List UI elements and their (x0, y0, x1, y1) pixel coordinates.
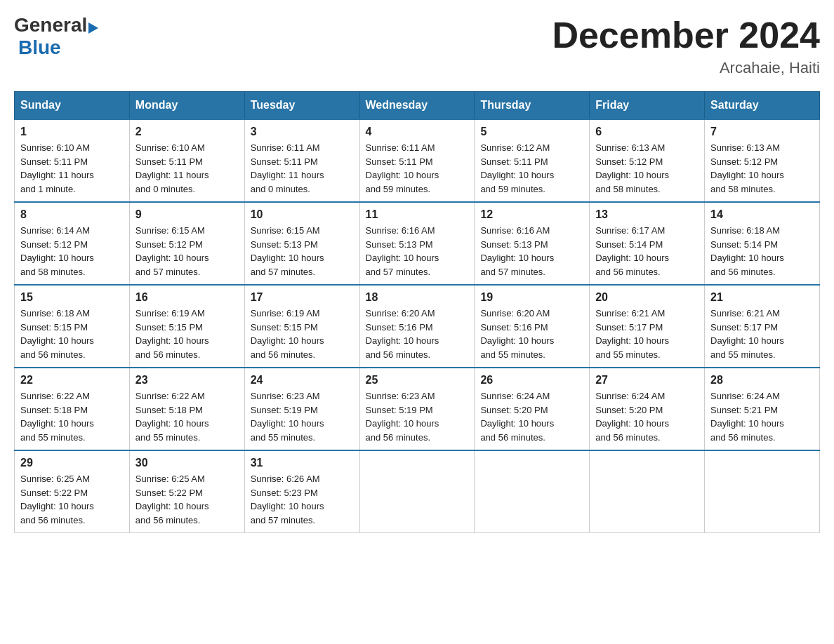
day-number: 14 (710, 208, 814, 221)
day-cell: 1Sunrise: 6:10 AMSunset: 5:11 PMDaylight… (15, 119, 130, 202)
day-number: 22 (20, 374, 124, 387)
day-cell: 23Sunrise: 6:22 AMSunset: 5:18 PMDayligh… (129, 368, 244, 450)
day-number: 3 (251, 126, 354, 138)
day-info: Sunrise: 6:20 AMSunset: 5:16 PMDaylight:… (480, 308, 554, 360)
day-info: Sunrise: 6:24 AMSunset: 5:21 PMDaylight:… (710, 391, 784, 443)
week-row-2: 8Sunrise: 6:14 AMSunset: 5:12 PMDaylight… (15, 202, 820, 285)
day-info: Sunrise: 6:25 AMSunset: 5:22 PMDaylight:… (135, 474, 209, 525)
day-info: Sunrise: 6:24 AMSunset: 5:20 PMDaylight:… (595, 391, 669, 443)
day-info: Sunrise: 6:19 AMSunset: 5:15 PMDaylight:… (135, 308, 209, 360)
day-cell: 9Sunrise: 6:15 AMSunset: 5:12 PMDaylight… (129, 202, 244, 285)
day-cell: 15Sunrise: 6:18 AMSunset: 5:15 PMDayligh… (15, 285, 130, 368)
week-row-1: 1Sunrise: 6:10 AMSunset: 5:11 PMDaylight… (15, 119, 820, 202)
day-number: 23 (135, 374, 239, 387)
header-sunday: Sunday (15, 92, 130, 120)
day-info: Sunrise: 6:24 AMSunset: 5:20 PMDaylight:… (480, 391, 554, 443)
day-info: Sunrise: 6:25 AMSunset: 5:22 PMDaylight:… (20, 474, 94, 525)
day-cell: 7Sunrise: 6:13 AMSunset: 5:12 PMDaylight… (705, 119, 820, 202)
title-area: December 2024 Arcahaie, Haiti (552, 14, 820, 77)
day-cell: 3Sunrise: 6:11 AMSunset: 5:11 PMDaylight… (244, 119, 359, 202)
day-info: Sunrise: 6:23 AMSunset: 5:19 PMDaylight:… (366, 391, 439, 443)
day-cell: 4Sunrise: 6:11 AMSunset: 5:11 PMDaylight… (359, 119, 475, 202)
day-number: 7 (710, 126, 814, 138)
week-row-4: 22Sunrise: 6:22 AMSunset: 5:18 PMDayligh… (15, 368, 820, 450)
day-info: Sunrise: 6:13 AMSunset: 5:12 PMDaylight:… (595, 142, 669, 194)
day-number: 25 (366, 374, 469, 387)
day-number: 24 (251, 374, 354, 387)
day-info: Sunrise: 6:11 AMSunset: 5:11 PMDaylight:… (366, 142, 439, 194)
day-number: 21 (710, 291, 814, 304)
day-number: 13 (595, 208, 699, 221)
calendar-body: 1Sunrise: 6:10 AMSunset: 5:11 PMDaylight… (15, 119, 820, 533)
day-info: Sunrise: 6:14 AMSunset: 5:12 PMDaylight:… (20, 225, 94, 277)
day-number: 4 (366, 126, 469, 138)
day-cell: 5Sunrise: 6:12 AMSunset: 5:11 PMDaylight… (475, 119, 590, 202)
page-header: General Blue December 2024 Arcahaie, Hai… (14, 14, 820, 77)
day-cell: 19Sunrise: 6:20 AMSunset: 5:16 PMDayligh… (475, 285, 590, 368)
header-monday: Monday (129, 92, 244, 120)
day-cell: 2Sunrise: 6:10 AMSunset: 5:11 PMDaylight… (129, 119, 244, 202)
day-info: Sunrise: 6:18 AMSunset: 5:14 PMDaylight:… (710, 225, 784, 277)
day-info: Sunrise: 6:18 AMSunset: 5:15 PMDaylight:… (20, 308, 94, 360)
day-number: 18 (366, 291, 469, 304)
day-cell: 29Sunrise: 6:25 AMSunset: 5:22 PMDayligh… (15, 450, 130, 533)
logo-blue-text: Blue (18, 36, 61, 58)
day-info: Sunrise: 6:17 AMSunset: 5:14 PMDaylight:… (595, 225, 669, 277)
day-info: Sunrise: 6:21 AMSunset: 5:17 PMDaylight:… (595, 308, 669, 360)
day-number: 31 (251, 457, 354, 469)
day-number: 20 (595, 291, 699, 304)
week-row-5: 29Sunrise: 6:25 AMSunset: 5:22 PMDayligh… (15, 450, 820, 533)
logo: General Blue (14, 14, 98, 59)
day-info: Sunrise: 6:13 AMSunset: 5:12 PMDaylight:… (710, 142, 784, 194)
day-cell: 13Sunrise: 6:17 AMSunset: 5:14 PMDayligh… (590, 202, 705, 285)
day-number: 27 (595, 374, 699, 387)
day-cell (475, 450, 590, 533)
day-number: 12 (480, 208, 583, 221)
day-info: Sunrise: 6:10 AMSunset: 5:11 PMDaylight:… (135, 142, 209, 194)
day-cell (705, 450, 820, 533)
day-number: 16 (135, 291, 239, 304)
day-number: 29 (20, 457, 124, 469)
day-info: Sunrise: 6:22 AMSunset: 5:18 PMDaylight:… (20, 391, 94, 443)
day-info: Sunrise: 6:11 AMSunset: 5:11 PMDaylight:… (251, 142, 324, 194)
day-cell: 8Sunrise: 6:14 AMSunset: 5:12 PMDaylight… (15, 202, 130, 285)
day-cell: 17Sunrise: 6:19 AMSunset: 5:15 PMDayligh… (244, 285, 359, 368)
day-cell: 27Sunrise: 6:24 AMSunset: 5:20 PMDayligh… (590, 368, 705, 450)
day-cell: 12Sunrise: 6:16 AMSunset: 5:13 PMDayligh… (475, 202, 590, 285)
day-number: 15 (20, 291, 124, 304)
day-info: Sunrise: 6:16 AMSunset: 5:13 PMDaylight:… (480, 225, 554, 277)
day-number: 2 (135, 126, 239, 138)
day-info: Sunrise: 6:21 AMSunset: 5:17 PMDaylight:… (710, 308, 784, 360)
day-info: Sunrise: 6:19 AMSunset: 5:15 PMDaylight:… (251, 308, 324, 360)
calendar-table: SundayMondayTuesdayWednesdayThursdayFrid… (14, 91, 820, 533)
day-number: 5 (480, 126, 583, 138)
day-number: 30 (135, 457, 239, 469)
day-cell: 30Sunrise: 6:25 AMSunset: 5:22 PMDayligh… (129, 450, 244, 533)
week-row-3: 15Sunrise: 6:18 AMSunset: 5:15 PMDayligh… (15, 285, 820, 368)
day-cell: 20Sunrise: 6:21 AMSunset: 5:17 PMDayligh… (590, 285, 705, 368)
day-number: 1 (20, 126, 124, 138)
calendar-title: December 2024 (552, 14, 820, 56)
day-cell: 28Sunrise: 6:24 AMSunset: 5:21 PMDayligh… (705, 368, 820, 450)
day-cell: 21Sunrise: 6:21 AMSunset: 5:17 PMDayligh… (705, 285, 820, 368)
header-friday: Friday (590, 92, 705, 120)
logo-arrow-icon (88, 22, 98, 34)
day-info: Sunrise: 6:16 AMSunset: 5:13 PMDaylight:… (366, 225, 439, 277)
header-wednesday: Wednesday (359, 92, 475, 120)
day-info: Sunrise: 6:10 AMSunset: 5:11 PMDaylight:… (20, 142, 94, 194)
day-info: Sunrise: 6:23 AMSunset: 5:19 PMDaylight:… (251, 391, 324, 443)
day-cell (359, 450, 475, 533)
header-tuesday: Tuesday (244, 92, 359, 120)
header-saturday: Saturday (705, 92, 820, 120)
day-info: Sunrise: 6:15 AMSunset: 5:12 PMDaylight:… (135, 225, 209, 277)
day-number: 8 (20, 208, 124, 221)
day-number: 17 (251, 291, 354, 304)
day-number: 10 (251, 208, 354, 221)
day-number: 28 (710, 374, 814, 387)
logo-general-text: General (14, 14, 87, 36)
day-cell: 10Sunrise: 6:15 AMSunset: 5:13 PMDayligh… (244, 202, 359, 285)
day-cell: 22Sunrise: 6:22 AMSunset: 5:18 PMDayligh… (15, 368, 130, 450)
day-number: 26 (480, 374, 583, 387)
day-cell: 14Sunrise: 6:18 AMSunset: 5:14 PMDayligh… (705, 202, 820, 285)
day-cell: 25Sunrise: 6:23 AMSunset: 5:19 PMDayligh… (359, 368, 475, 450)
